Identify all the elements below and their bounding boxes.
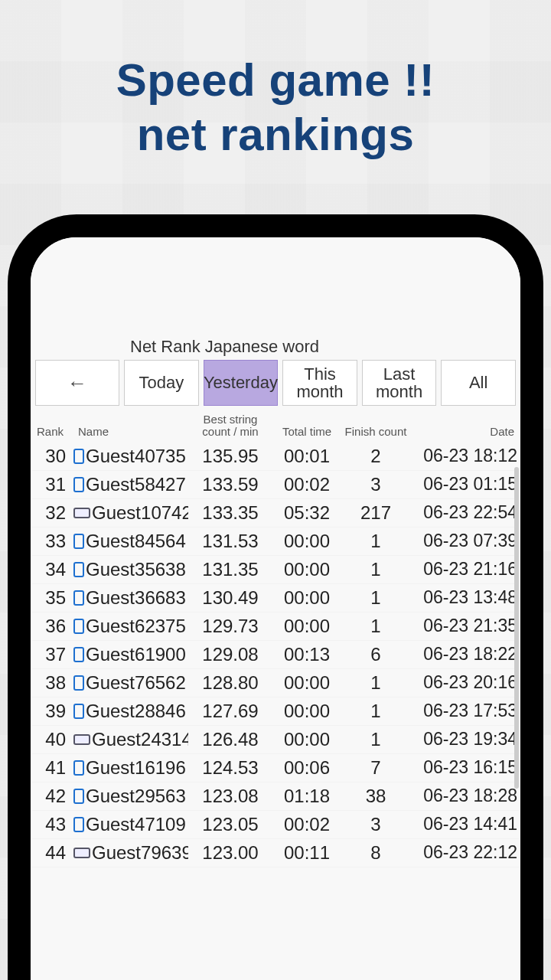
table-row[interactable]: 43Guest47109123.0500:02306-23 14:41: [32, 811, 519, 839]
back-button[interactable]: ←: [35, 360, 119, 406]
cell-date: 06-23 21:35: [410, 616, 517, 636]
col-name: Name: [73, 426, 188, 438]
cell-name: Guest61900: [73, 644, 188, 665]
col-total-time: Total time: [272, 426, 341, 438]
table-row[interactable]: 44Guest79639123.0000:11806-23 22:12: [32, 839, 519, 867]
cell-total-time: 00:02: [272, 814, 341, 835]
cell-best-string-count: 127.69: [188, 701, 272, 722]
table-row[interactable]: 38Guest76562128.8000:00106-23 20:16: [32, 669, 519, 697]
player-name: Guest29563: [86, 786, 186, 807]
cell-name: Guest28846: [73, 701, 188, 722]
cell-date: 06-23 20:16: [410, 672, 517, 693]
tab-last-month[interactable]: Last month: [362, 360, 437, 406]
device-icon: [73, 848, 90, 858]
cell-finish-count: 1: [341, 531, 410, 552]
rankings-table: Rank Name Best string count / min Total …: [31, 412, 520, 867]
phone-side-button: [8, 544, 9, 628]
device-icon: [73, 590, 84, 606]
device-icon: [73, 704, 84, 719]
tab-yesterday[interactable]: Yesterday: [204, 360, 279, 406]
tab-this-month[interactable]: This month: [282, 360, 357, 406]
cell-total-time: 01:18: [272, 786, 341, 807]
table-row[interactable]: 41Guest16196124.5300:06706-23 16:15: [32, 754, 519, 782]
table-row[interactable]: 32Guest10742133.3505:3221706-23 22:54: [32, 499, 519, 528]
device-icon: [73, 449, 84, 464]
phone-mockup: Net Rank Japanese word ← Today Yesterday…: [8, 214, 543, 980]
cell-date: 06-23 01:15: [410, 474, 517, 495]
cell-rank: 34: [35, 559, 73, 580]
cell-rank: 40: [35, 729, 73, 750]
cell-name: Guest16196: [73, 757, 188, 779]
cell-best-string-count: 129.08: [188, 644, 272, 665]
tab-label: This month: [285, 365, 355, 400]
cell-finish-count: 3: [341, 474, 410, 495]
cell-name: Guest36683: [73, 587, 188, 609]
cell-date: 06-23 07:39: [410, 531, 517, 551]
cell-name: Guest40735: [73, 446, 188, 467]
cell-total-time: 00:06: [272, 757, 341, 779]
cell-best-string-count: 123.05: [188, 814, 272, 835]
tab-label: Yesterday: [204, 374, 278, 391]
table-row[interactable]: 34Guest35638131.3500:00106-23 21:16: [32, 556, 519, 584]
cell-total-time: 00:00: [272, 587, 341, 609]
cell-rank: 39: [35, 701, 73, 722]
promo-headline: Speed game !! net rankings: [0, 0, 551, 162]
device-icon: [73, 619, 84, 634]
col-finish-count: Finish count: [341, 426, 410, 438]
player-name: Guest10742: [92, 502, 188, 524]
cell-rank: 33: [35, 531, 73, 552]
col-date: Date: [410, 426, 517, 438]
player-name: Guest61900: [86, 644, 186, 665]
cell-rank: 36: [35, 616, 73, 637]
col-rank: Rank: [35, 426, 73, 438]
tab-all[interactable]: All: [441, 360, 516, 406]
cell-rank: 42: [35, 786, 73, 807]
screen-title: Net Rank Japanese word: [31, 337, 520, 357]
player-name: Guest79639: [92, 842, 188, 864]
cell-date: 06-23 18:22: [410, 644, 517, 665]
table-row[interactable]: 36Guest62375129.7300:00106-23 21:35: [32, 612, 519, 641]
device-icon: [73, 675, 84, 691]
cell-finish-count: 1: [341, 672, 410, 694]
cell-date: 06-23 22:12: [410, 842, 517, 863]
cell-best-string-count: 126.48: [188, 729, 272, 750]
cell-total-time: 00:00: [272, 531, 341, 552]
table-row[interactable]: 33Guest84564131.5300:00106-23 07:39: [32, 528, 519, 556]
cell-rank: 31: [35, 474, 73, 495]
cell-name: Guest47109: [73, 814, 188, 835]
table-row[interactable]: 31Guest58427133.5900:02306-23 01:15: [32, 471, 519, 499]
cell-finish-count: 6: [341, 644, 410, 665]
cell-finish-count: 38: [341, 786, 410, 807]
device-icon: [73, 647, 84, 662]
tab-today[interactable]: Today: [124, 360, 199, 406]
tab-label: Last month: [364, 365, 435, 400]
cell-finish-count: 1: [341, 729, 410, 750]
device-icon: [73, 760, 84, 776]
cell-best-string-count: 129.73: [188, 616, 272, 637]
player-name: Guest36683: [86, 587, 186, 609]
player-name: Guest76562: [86, 672, 186, 694]
table-row[interactable]: 30Guest40735135.9500:01206-23 18:12: [32, 443, 519, 471]
table-body[interactable]: 30Guest40735135.9500:01206-23 18:1231Gue…: [32, 443, 519, 867]
cell-name: Guest58427: [73, 474, 188, 495]
tab-label: All: [469, 374, 487, 391]
cell-best-string-count: 123.08: [188, 786, 272, 807]
cell-rank: 30: [35, 446, 73, 467]
scrollbar[interactable]: [514, 467, 519, 789]
cell-name: Guest79639: [73, 842, 188, 864]
cell-rank: 41: [35, 757, 73, 779]
cell-date: 06-23 13:48: [410, 587, 517, 608]
cell-finish-count: 8: [341, 842, 410, 864]
table-row[interactable]: 35Guest36683130.4900:00106-23 13:48: [32, 584, 519, 612]
table-row[interactable]: 37Guest61900129.0800:13606-23 18:22: [32, 641, 519, 669]
cell-total-time: 00:00: [272, 559, 341, 580]
table-row[interactable]: 39Guest28846127.6900:00106-23 17:53: [32, 697, 519, 726]
table-row[interactable]: 40Guest24314126.4800:00106-23 19:34: [32, 726, 519, 754]
player-name: Guest28846: [86, 701, 186, 722]
app-screen: Net Rank Japanese word ← Today Yesterday…: [31, 237, 520, 980]
cell-best-string-count: 130.49: [188, 587, 272, 609]
cell-date: 06-23 17:53: [410, 701, 517, 721]
table-row[interactable]: 42Guest29563123.0801:183806-23 18:28: [32, 782, 519, 811]
back-arrow-icon: ←: [67, 371, 87, 395]
cell-date: 06-23 18:12: [410, 446, 517, 466]
